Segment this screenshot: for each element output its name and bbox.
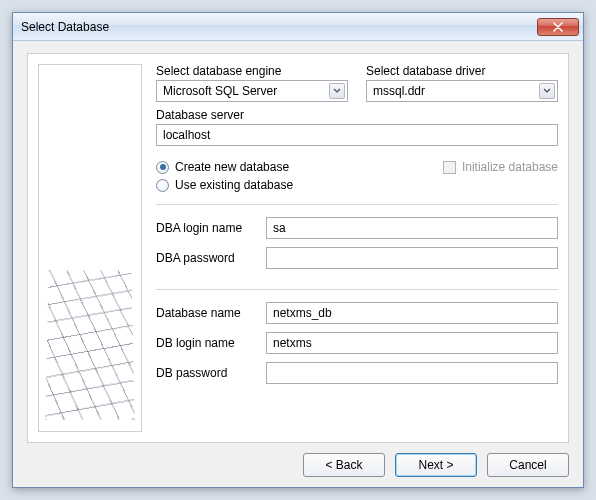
engine-select[interactable]: Microsoft SQL Server	[156, 80, 348, 102]
dialog-body: Select database engine Microsoft SQL Ser…	[13, 41, 583, 487]
chevron-down-icon	[329, 83, 345, 99]
radio-existing[interactable]: Use existing database	[156, 178, 293, 192]
db-mode-radios: Create new database Use existing databas…	[156, 156, 293, 192]
label-dba-password: DBA password	[156, 251, 258, 265]
radio-create-label: Create new database	[175, 160, 289, 174]
label-db-login: DB login name	[156, 336, 258, 350]
form-column: Select database engine Microsoft SQL Ser…	[156, 64, 558, 432]
engine-select-value: Microsoft SQL Server	[163, 84, 277, 98]
label-server: Database server	[156, 108, 558, 122]
label-db-password: DB password	[156, 366, 258, 380]
driver-select[interactable]: mssql.ddr	[366, 80, 558, 102]
dialog-window: Select Database Select database engine M…	[12, 12, 584, 488]
close-icon	[553, 22, 563, 32]
db-login-input[interactable]	[266, 332, 558, 354]
checkbox-init	[443, 161, 456, 174]
divider	[156, 204, 558, 205]
radio-create[interactable]: Create new database	[156, 160, 293, 174]
close-button[interactable]	[537, 18, 579, 36]
init-label: Initialize database	[462, 160, 558, 174]
divider	[156, 289, 558, 290]
label-dba-login: DBA login name	[156, 221, 258, 235]
radio-existing-label: Use existing database	[175, 178, 293, 192]
init-checkbox-row: Initialize database	[443, 160, 558, 174]
label-engine: Select database engine	[156, 64, 348, 78]
radio-icon	[156, 161, 169, 174]
driver-select-value: mssql.ddr	[373, 84, 425, 98]
dba-login-input[interactable]	[266, 217, 558, 239]
title-bar: Select Database	[13, 13, 583, 41]
server-input[interactable]	[156, 124, 558, 146]
next-button[interactable]: Next >	[395, 453, 477, 477]
wizard-banner	[38, 64, 142, 432]
radio-icon	[156, 179, 169, 192]
window-title: Select Database	[21, 20, 109, 34]
banner-graphic	[45, 270, 135, 419]
chevron-down-icon	[539, 83, 555, 99]
db-name-input[interactable]	[266, 302, 558, 324]
cancel-button[interactable]: Cancel	[487, 453, 569, 477]
label-db-name: Database name	[156, 306, 258, 320]
main-panel: Select database engine Microsoft SQL Ser…	[27, 53, 569, 443]
label-driver: Select database driver	[366, 64, 558, 78]
dba-password-input[interactable]	[266, 247, 558, 269]
db-password-input[interactable]	[266, 362, 558, 384]
button-bar: < Back Next > Cancel	[27, 443, 569, 477]
back-button[interactable]: < Back	[303, 453, 385, 477]
